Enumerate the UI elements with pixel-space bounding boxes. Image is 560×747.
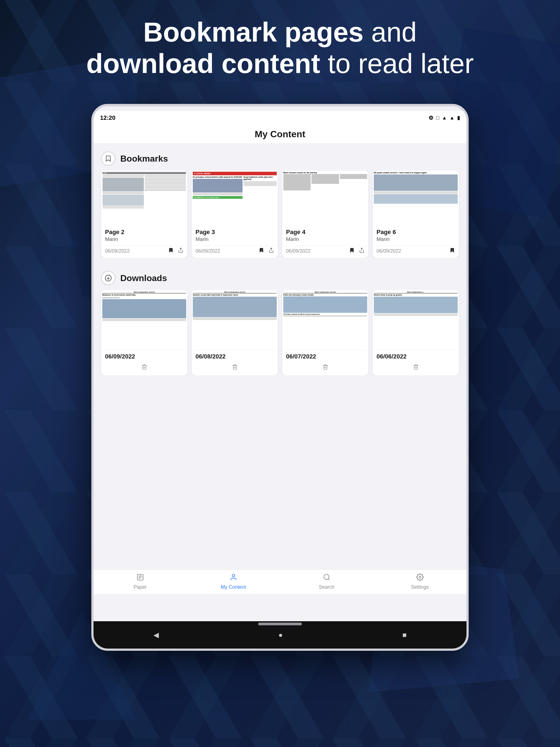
download-card-4[interactable]: Marin Independent J... District aims to …: [373, 290, 459, 376]
bookmark-card-4-date-row: 06/09/2022: [373, 246, 459, 258]
bookmark-card-1-date-row: 06/09/2022: [101, 246, 187, 258]
bookmark-card-3-actions: [349, 248, 364, 255]
delete-icon-1[interactable]: [142, 364, 147, 371]
bookmark-card-4-source: Marin: [377, 236, 455, 242]
home-indicator: [258, 623, 302, 625]
download-card-4-image: Marin Independent J... District aims to …: [373, 290, 459, 350]
bookmark-card-4[interactable]: 8th grade Uvalde survivor: 'I don't want…: [373, 171, 459, 258]
tablet-frame: 12:20 ⚙ □ ▲ ▲ ▮ My Content Bookm: [91, 104, 469, 651]
bookmark-card-3-image: Marin election results for the primary: [282, 171, 368, 225]
status-bar: 12:20 ⚙ □ ▲ ▲ ▮: [94, 111, 466, 125]
my-content-nav-label: My Content: [221, 584, 246, 590]
signal-status-icon: ▲: [450, 115, 455, 121]
download-card-2-date-area: 06/08/2022: [192, 350, 278, 361]
bookmark-card-1-actions: [168, 248, 183, 255]
download-card-2-date: 06/08/2022: [196, 353, 274, 360]
sim-status-icon: □: [436, 115, 439, 121]
bookmark-card-3-source: Marin: [286, 236, 364, 242]
bookmark-card-4-actions: [450, 248, 455, 255]
share-icon-3[interactable]: [359, 248, 364, 255]
bookmark-icon-3[interactable]: [349, 248, 355, 255]
downloads-title: Downloads: [120, 273, 167, 283]
settings-nav-label: Settings: [411, 584, 429, 590]
settings-nav-icon: [416, 573, 424, 583]
download-card-3-date-area: 06/07/2022: [282, 350, 368, 361]
download-card-1-date: 06/09/2022: [105, 353, 183, 360]
android-recent-button[interactable]: ■: [403, 631, 407, 639]
bookmark-card-2-date: 06/09/2022: [196, 248, 220, 254]
bookmark-card-2-image: ● LOCAL NEWS Ex principal, school distri…: [192, 171, 278, 225]
bookmark-card-3-info: Page 4 Marin: [282, 225, 368, 244]
bookmark-card-2-date-row: 06/09/2022: [192, 246, 278, 258]
delete-icon-3[interactable]: [322, 364, 328, 371]
page-title-bar: My Content: [94, 125, 466, 144]
my-content-nav-icon: [230, 573, 237, 583]
downloads-cards-row: Marin Independent Journal Measure A over…: [94, 290, 466, 376]
nav-my-content[interactable]: My Content: [187, 573, 280, 590]
bookmark-card-1-page: Page 2: [105, 229, 183, 236]
share-icon-1[interactable]: [178, 248, 183, 255]
download-card-3-image: Marin Independent Journal Parks tax winn…: [282, 290, 368, 350]
bookmark-card-2-actions: [259, 248, 274, 255]
download-card-3-delete-area: [282, 361, 368, 376]
bookmark-card-4-page: Page 6: [377, 229, 455, 236]
download-card-1-delete-area: [101, 361, 187, 376]
android-home-button[interactable]: ●: [278, 631, 283, 639]
delete-icon-2[interactable]: [232, 364, 238, 371]
header-headline: Bookmark pages and download content to r…: [22, 17, 538, 79]
bookmark-card-2-source: Marin: [196, 236, 274, 242]
svg-point-9: [232, 574, 235, 577]
bookmark-icon-1[interactable]: [168, 248, 174, 255]
bottom-nav: Paper My Content Searc: [94, 569, 466, 594]
header-regular-1: and: [364, 17, 417, 47]
paper-nav-label: Paper: [133, 584, 147, 590]
delete-icon-4[interactable]: [413, 364, 419, 371]
download-card-4-date: 06/06/2022: [377, 353, 455, 360]
download-card-3-date: 06/07/2022: [286, 353, 364, 360]
scroll-content[interactable]: Bookmarks 2022: [94, 144, 466, 381]
nav-settings[interactable]: Settings: [373, 573, 466, 590]
downloads-section-header: Downloads: [94, 263, 466, 290]
page-title: My Content: [255, 129, 305, 139]
status-icons: ⚙ □ ▲ ▲ ▮: [429, 114, 460, 121]
download-card-1-date-area: 06/09/2022: [101, 350, 187, 361]
bookmark-card-2[interactable]: ● LOCAL NEWS Ex principal, school distri…: [192, 171, 278, 258]
battery-status-icon: ▮: [457, 115, 460, 121]
share-icon-2[interactable]: [269, 248, 274, 255]
bookmark-card-1-date: 06/09/2022: [105, 248, 130, 254]
svg-line-11: [328, 578, 330, 580]
search-nav-icon: [323, 573, 331, 583]
bookmarks-section-header: Bookmarks: [94, 144, 466, 171]
download-card-2-image: Marin Independent Journal Sackett, Lucan…: [192, 290, 278, 350]
tablet-power-button: [467, 150, 469, 166]
android-back-button[interactable]: ◀: [153, 631, 159, 639]
download-card-4-delete-area: [373, 361, 459, 376]
search-nav-label: Search: [319, 584, 334, 590]
download-card-2-delete-area: [192, 361, 278, 376]
download-card-1[interactable]: Marin Independent Journal Measure A over…: [101, 290, 187, 376]
bookmark-card-1[interactable]: 2022: [101, 171, 187, 258]
bookmarks-title: Bookmarks: [120, 154, 168, 164]
tablet-screen: 12:20 ⚙ □ ▲ ▲ ▮ My Content Bookm: [94, 111, 466, 621]
nav-paper[interactable]: Paper: [94, 573, 187, 590]
nav-search[interactable]: Search: [280, 573, 373, 590]
bookmark-card-3-page: Page 4: [286, 229, 364, 236]
bookmark-card-1-source: Marin: [105, 236, 183, 242]
bookmarks-cards-row: 2022: [94, 171, 466, 258]
bookmark-icon-2[interactable]: [259, 248, 264, 255]
header-text-area: Bookmark pages and download content to r…: [0, 17, 560, 79]
settings-status-icon: ⚙: [429, 114, 433, 121]
bookmark-card-3-date-row: 06/09/2022: [282, 246, 368, 258]
bookmark-card-4-date: 06/09/2022: [377, 248, 401, 254]
download-card-3[interactable]: Marin Independent Journal Parks tax winn…: [282, 290, 368, 376]
bookmark-icon-4[interactable]: [450, 248, 455, 255]
bookmark-card-3[interactable]: Marin election results for the primary: [282, 171, 368, 258]
status-time: 12:20: [100, 114, 116, 121]
svg-point-10: [324, 574, 329, 579]
header-bold-2: download content: [86, 48, 320, 79]
tablet-volume-down-button: [467, 205, 469, 226]
download-card-2[interactable]: Marin Independent Journal Sackett, Lucan…: [192, 290, 278, 376]
paper-nav-icon: [136, 573, 144, 583]
bookmark-card-2-info: Page 3 Marin: [192, 225, 278, 244]
wifi-status-icon: ▲: [442, 115, 447, 121]
